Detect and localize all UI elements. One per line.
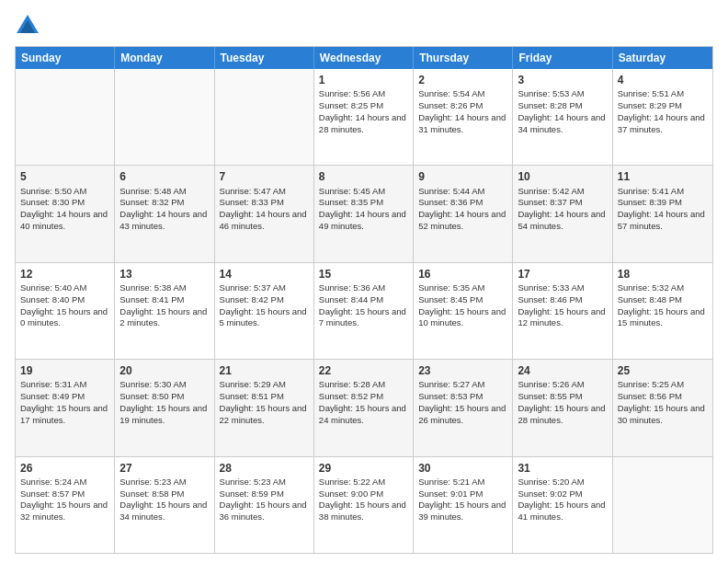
day-number: 27	[119, 461, 209, 476]
sunrise-text: Sunrise: 5:44 AM	[418, 186, 484, 196]
daylight-text: Daylight: 15 hours and 41 minutes.	[518, 500, 605, 522]
day-number: 28	[220, 461, 309, 476]
calendar-cell: 14Sunrise: 5:37 AMSunset: 8:42 PMDayligh…	[215, 263, 314, 359]
logo-icon	[15, 13, 40, 39]
sunset-text: Sunset: 8:59 PM	[220, 488, 284, 499]
daylight-text: Daylight: 15 hours and 28 minutes.	[518, 403, 605, 425]
sunrise-text: Sunrise: 5:36 AM	[319, 282, 385, 293]
sunset-text: Sunset: 8:48 PM	[618, 294, 682, 304]
day-number: 5	[20, 169, 109, 184]
sunset-text: Sunset: 8:32 PM	[119, 197, 184, 207]
day-number: 26	[20, 461, 109, 476]
daylight-text: Daylight: 14 hours and 28 minutes.	[319, 112, 406, 134]
calendar-day-header: Wednesday	[314, 47, 414, 69]
calendar-cell: 25Sunrise: 5:25 AMSunset: 8:56 PMDayligh…	[613, 360, 712, 455]
calendar-cell: 28Sunrise: 5:23 AMSunset: 8:59 PMDayligh…	[215, 457, 314, 553]
calendar-cell: 22Sunrise: 5:28 AMSunset: 8:52 PMDayligh…	[314, 360, 414, 455]
sunrise-text: Sunrise: 5:51 AM	[618, 88, 684, 98]
calendar-cell: 16Sunrise: 5:35 AMSunset: 8:45 PMDayligh…	[414, 263, 513, 359]
daylight-text: Daylight: 15 hours and 0 minutes.	[20, 306, 108, 328]
calendar-cell: 11Sunrise: 5:41 AMSunset: 8:39 PMDayligh…	[613, 166, 712, 261]
sunrise-text: Sunrise: 5:24 AM	[20, 477, 86, 487]
daylight-text: Daylight: 14 hours and 46 minutes.	[220, 209, 307, 231]
day-number: 7	[220, 169, 309, 184]
daylight-text: Daylight: 15 hours and 19 minutes.	[119, 403, 207, 425]
sunset-text: Sunset: 8:33 PM	[220, 197, 284, 207]
daylight-text: Daylight: 15 hours and 2 minutes.	[119, 306, 207, 328]
day-number: 16	[418, 267, 507, 282]
calendar-cell: 10Sunrise: 5:42 AMSunset: 8:37 PMDayligh…	[513, 166, 612, 261]
day-number: 2	[418, 73, 507, 87]
calendar-week-row: 5Sunrise: 5:50 AMSunset: 8:30 PMDaylight…	[16, 166, 712, 262]
page: SundayMondayTuesdayWednesdayThursdayFrid…	[0, 0, 728, 563]
day-number: 13	[119, 267, 209, 282]
calendar-cell	[215, 69, 314, 165]
calendar-cell: 1Sunrise: 5:56 AMSunset: 8:25 PMDaylight…	[314, 69, 414, 165]
day-number: 19	[20, 363, 109, 378]
calendar-cell: 29Sunrise: 5:22 AMSunset: 9:00 PMDayligh…	[314, 457, 414, 553]
sunset-text: Sunset: 9:02 PM	[518, 488, 582, 499]
sunset-text: Sunset: 8:42 PM	[220, 294, 284, 304]
sunrise-text: Sunrise: 5:47 AM	[220, 186, 286, 196]
daylight-text: Daylight: 14 hours and 49 minutes.	[319, 209, 406, 231]
daylight-text: Daylight: 15 hours and 36 minutes.	[220, 500, 307, 522]
calendar-header-row: SundayMondayTuesdayWednesdayThursdayFrid…	[16, 47, 712, 69]
daylight-text: Daylight: 14 hours and 31 minutes.	[418, 112, 506, 134]
sunset-text: Sunset: 8:35 PM	[319, 197, 383, 207]
day-number: 29	[319, 461, 408, 476]
day-number: 3	[518, 73, 607, 87]
calendar-cell: 3Sunrise: 5:53 AMSunset: 8:28 PMDaylight…	[513, 69, 612, 165]
daylight-text: Daylight: 15 hours and 39 minutes.	[418, 500, 506, 522]
sunrise-text: Sunrise: 5:45 AM	[319, 186, 385, 196]
day-number: 31	[518, 461, 607, 476]
daylight-text: Daylight: 14 hours and 37 minutes.	[618, 112, 705, 134]
sunrise-text: Sunrise: 5:48 AM	[119, 186, 186, 196]
calendar-day-header: Sunday	[16, 47, 115, 69]
sunrise-text: Sunrise: 5:31 AM	[20, 379, 86, 389]
day-number: 8	[319, 169, 408, 184]
calendar-cell: 24Sunrise: 5:26 AMSunset: 8:55 PMDayligh…	[513, 360, 612, 455]
daylight-text: Daylight: 15 hours and 12 minutes.	[518, 306, 605, 328]
sunrise-text: Sunrise: 5:28 AM	[319, 379, 385, 389]
calendar-cell: 26Sunrise: 5:24 AMSunset: 8:57 PMDayligh…	[16, 457, 115, 553]
day-number: 1	[319, 73, 408, 87]
sunset-text: Sunset: 9:01 PM	[418, 488, 483, 499]
daylight-text: Daylight: 15 hours and 34 minutes.	[119, 500, 207, 522]
day-number: 24	[518, 363, 607, 378]
sunset-text: Sunset: 8:50 PM	[119, 391, 184, 401]
calendar-week-row: 26Sunrise: 5:24 AMSunset: 8:57 PMDayligh…	[16, 457, 712, 553]
sunset-text: Sunset: 8:29 PM	[618, 100, 682, 110]
sunset-text: Sunset: 9:00 PM	[319, 488, 383, 499]
sunset-text: Sunset: 8:52 PM	[319, 391, 383, 401]
calendar-cell: 6Sunrise: 5:48 AMSunset: 8:32 PMDaylight…	[115, 166, 214, 261]
calendar-cell: 7Sunrise: 5:47 AMSunset: 8:33 PMDaylight…	[215, 166, 314, 261]
calendar-week-row: 12Sunrise: 5:40 AMSunset: 8:40 PMDayligh…	[16, 263, 712, 360]
sunset-text: Sunset: 8:51 PM	[220, 391, 284, 401]
header	[15, 13, 713, 39]
sunset-text: Sunset: 8:44 PM	[319, 294, 383, 304]
sunrise-text: Sunrise: 5:41 AM	[618, 186, 684, 196]
day-number: 14	[220, 267, 309, 282]
logo	[15, 13, 42, 39]
calendar-cell: 18Sunrise: 5:32 AMSunset: 8:48 PMDayligh…	[613, 263, 712, 359]
calendar-cell: 31Sunrise: 5:20 AMSunset: 9:02 PMDayligh…	[513, 457, 612, 553]
calendar-cell	[16, 69, 115, 165]
sunset-text: Sunset: 8:28 PM	[518, 100, 582, 110]
sunrise-text: Sunrise: 5:23 AM	[119, 477, 186, 487]
sunrise-text: Sunrise: 5:33 AM	[518, 282, 584, 293]
sunset-text: Sunset: 8:57 PM	[20, 488, 85, 499]
calendar-cell: 12Sunrise: 5:40 AMSunset: 8:40 PMDayligh…	[16, 263, 115, 359]
day-number: 9	[418, 169, 507, 184]
sunrise-text: Sunrise: 5:25 AM	[618, 379, 684, 389]
calendar-cell	[115, 69, 214, 165]
sunset-text: Sunset: 8:30 PM	[20, 197, 85, 207]
daylight-text: Daylight: 15 hours and 22 minutes.	[220, 403, 307, 425]
sunrise-text: Sunrise: 5:22 AM	[319, 477, 385, 487]
calendar-day-header: Monday	[115, 47, 214, 69]
sunrise-text: Sunrise: 5:56 AM	[319, 88, 385, 98]
day-number: 30	[418, 461, 507, 476]
calendar-cell: 23Sunrise: 5:27 AMSunset: 8:53 PMDayligh…	[414, 360, 513, 455]
sunset-text: Sunset: 8:37 PM	[518, 197, 582, 207]
day-number: 4	[618, 73, 708, 87]
daylight-text: Daylight: 15 hours and 30 minutes.	[618, 403, 705, 425]
